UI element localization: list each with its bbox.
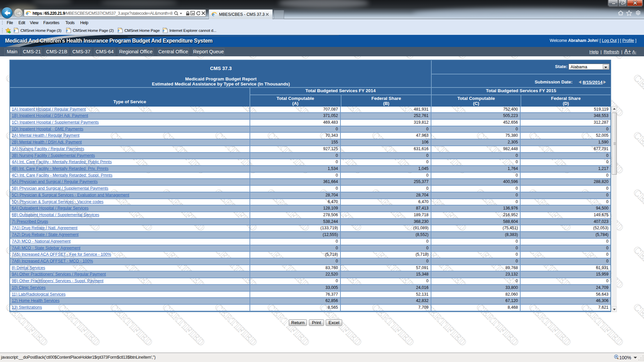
svg-text:CERTIFIED: CERTIFIED [631, 129, 644, 176]
svg-text:CERTIFIED: CERTIFIED [631, 301, 644, 348]
svg-text:CERTIFIED: CERTIFIED [631, 186, 644, 233]
svg-text:CERTIFIED: CERTIFIED [631, 56, 644, 61]
svg-text:CERTIFIED: CERTIFIED [631, 244, 644, 291]
svg-text:CERTIFIED: CERTIFIED [631, 72, 644, 119]
